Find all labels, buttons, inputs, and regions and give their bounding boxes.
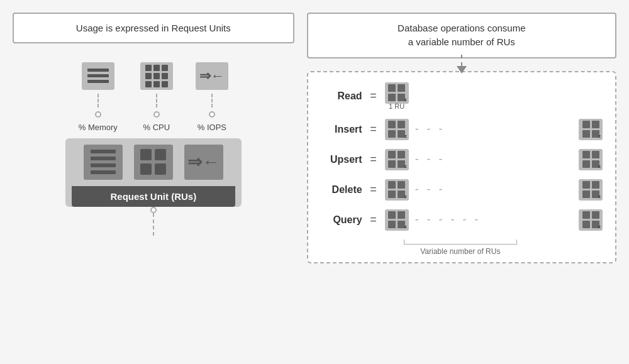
right-panel: Database operations consumea variable nu… (307, 13, 616, 352)
resource-icons-row: % Memory (79, 62, 228, 132)
iops-col: ⇒← % IOPS (196, 62, 228, 132)
ru-mem-line-2 (91, 157, 116, 160)
read-db-grid (388, 84, 405, 101)
d-db-c1 (388, 181, 396, 189)
upsert-db-grid-1 (388, 151, 405, 168)
d-db-c5 (582, 181, 590, 189)
memory-icon-box (82, 62, 114, 90)
op-row-delete: Delete = z - - - (318, 179, 603, 201)
arrow-dashed-line (461, 55, 462, 66)
cpu-cell-8 (153, 81, 160, 87)
cpu-cell-3 (162, 65, 168, 71)
insert-db-grid-2 (582, 121, 599, 138)
memory-dashed-line (97, 94, 99, 108)
variable-text: Variable number of RUs (420, 247, 500, 256)
op-equals-insert: = (369, 123, 379, 136)
iops-label: % IOPS (198, 123, 226, 132)
op-equals-read: = (369, 89, 379, 102)
delete-dashes: - - - (415, 183, 572, 196)
read-db-icon: z (385, 82, 409, 104)
query-db-grid-2 (582, 211, 599, 228)
memory-line-2 (87, 74, 109, 77)
ru-iops-icon-box: ⇒← (184, 145, 223, 180)
cpu-icon (142, 61, 172, 91)
memory-icon (82, 65, 114, 87)
op-equals-query: = (369, 213, 379, 226)
arrow-down-icon (457, 66, 467, 74)
ru-label: Request Unit (RUs) (72, 186, 235, 207)
ru-cpu-cell-4 (155, 163, 166, 175)
upsert-dashes: - - - (415, 153, 572, 166)
memory-line-3 (87, 80, 109, 83)
ru-iops-icon: ⇒← (187, 152, 220, 172)
resources-section: % Memory (13, 62, 294, 236)
insert-db-icon-1: z (385, 119, 409, 140)
ru-cpu-icon (135, 144, 171, 180)
op-row-query: Query = z - - - - - - (318, 209, 603, 231)
r-db-c3 (388, 94, 396, 101)
ru-circle-bottom (150, 207, 157, 213)
cpu-dashed-line (156, 94, 157, 108)
op-label-read: Read (318, 91, 362, 102)
cpu-cell-5 (153, 73, 160, 79)
ru-mem-line-1 (91, 150, 116, 153)
insert-dashes: - - - (415, 123, 572, 136)
u-db-c1 (388, 151, 396, 158)
ru-memory-icon-box (84, 145, 123, 180)
op-read-icon-col: z 1 RU (385, 82, 409, 110)
right-title-text: Database operations consumea variable nu… (398, 23, 525, 48)
cpu-circle (153, 111, 160, 118)
cpu-col: % CPU (140, 62, 173, 132)
query-db-grid-1 (388, 211, 405, 228)
i-db-c6 (592, 121, 599, 128)
i-db-c7 (582, 130, 590, 138)
query-db-icon-1: z (385, 209, 409, 231)
delete-db-badge-2: z (598, 194, 601, 199)
upsert-db-badge-2: z (598, 163, 601, 169)
upsert-db-grid-2 (582, 151, 599, 168)
cpu-label: % CPU (143, 123, 170, 132)
insert-db-grid-1 (388, 121, 405, 138)
ru-icons-row: ⇒← (84, 145, 223, 180)
delete-db-icon-2: z (579, 179, 603, 201)
iops-dashed-line (211, 94, 213, 108)
q-db-c7 (582, 221, 590, 228)
query-db-badge-1: z (404, 224, 407, 229)
r-db-c1 (388, 84, 396, 92)
i-db-c2 (398, 121, 405, 128)
op-label-query: Query (318, 214, 362, 226)
q-db-c6 (592, 211, 599, 219)
cpu-cell-6 (162, 73, 168, 79)
delete-db-badge-1: z (404, 194, 407, 199)
u-db-c7 (582, 160, 590, 168)
upsert-db-icon-1: z (385, 149, 409, 170)
upsert-db-badge-1: z (404, 163, 407, 169)
op-row-read: Read = z 1 RU (318, 82, 603, 110)
query-db-icon-2: z (579, 209, 603, 231)
delete-db-grid-1 (388, 181, 405, 198)
delete-db-grid-2 (582, 181, 599, 198)
variable-bracket (404, 240, 517, 245)
delete-db-icon-1: z (385, 179, 409, 201)
ru-cpu-cell-3 (140, 163, 152, 175)
query-dashes: - - - - - - (415, 213, 572, 226)
left-panel: Usage is expressed in Request Units % (13, 13, 294, 352)
ru-mem-line-4 (91, 170, 116, 174)
iops-icon: ⇒← (199, 68, 225, 84)
op-label-upsert: Upsert (318, 154, 362, 165)
q-db-c1 (388, 211, 396, 219)
u-db-c2 (398, 151, 405, 158)
right-title: Database operations consumea variable nu… (307, 13, 616, 58)
u-db-c5 (582, 151, 590, 158)
memory-line-1 (87, 69, 109, 72)
u-db-c6 (592, 151, 599, 158)
memory-label: % Memory (79, 123, 118, 132)
q-db-c3 (388, 221, 396, 228)
ru-cpu-cell-1 (140, 149, 152, 160)
d-db-c7 (582, 190, 590, 198)
arrow-into-box (457, 55, 467, 74)
left-title: Usage is expressed in Request Units (13, 13, 294, 43)
ops-container: Read = z 1 RU (307, 71, 616, 263)
q-db-c5 (582, 211, 590, 219)
cpu-cell-7 (145, 81, 152, 87)
